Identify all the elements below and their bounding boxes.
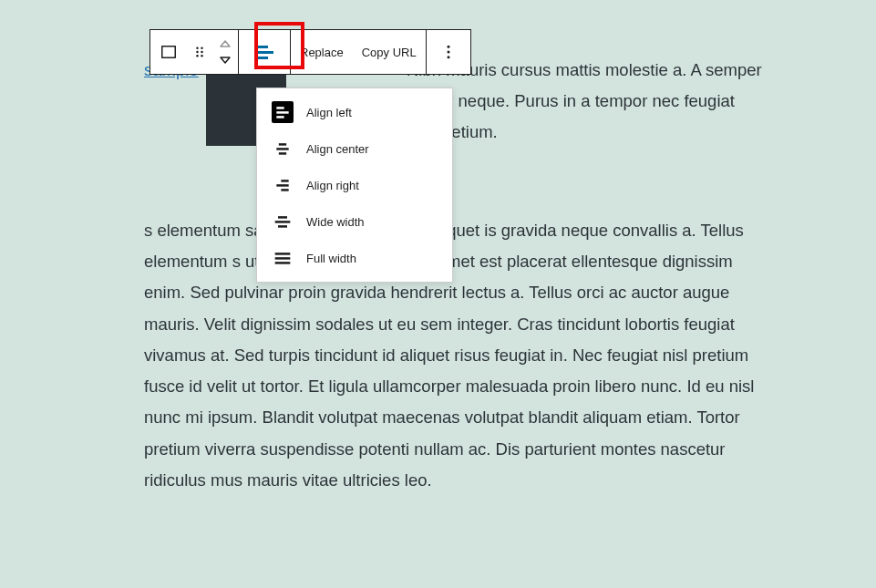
svg-point-0 <box>196 47 199 50</box>
menu-item-label: Align left <box>306 106 352 119</box>
full-width-icon <box>272 247 294 269</box>
replace-button[interactable]: Replace <box>291 30 353 74</box>
svg-rect-19 <box>276 184 288 187</box>
svg-rect-12 <box>276 107 283 109</box>
svg-rect-25 <box>275 257 291 260</box>
wide-width-option[interactable]: Wide width <box>257 203 452 240</box>
align-right-icon <box>272 174 294 196</box>
body-paragraph: s elementum sagittis vitae et leo duis. … <box>144 215 764 496</box>
menu-item-label: Align right <box>306 179 359 192</box>
align-center-option[interactable]: Align center <box>257 130 452 167</box>
block-type-button[interactable] <box>150 30 187 74</box>
align-left-icon <box>272 101 294 123</box>
svg-rect-13 <box>276 111 288 114</box>
more-options-button[interactable] <box>427 30 470 74</box>
align-center-icon <box>272 138 294 160</box>
svg-rect-15 <box>279 143 286 146</box>
alignment-dropdown: Align left Align center Align right Wide… <box>256 88 453 283</box>
svg-point-5 <box>201 55 203 57</box>
wide-width-icon <box>272 211 294 232</box>
svg-point-10 <box>447 51 449 54</box>
move-up-button[interactable] <box>214 36 236 51</box>
menu-item-label: Align center <box>306 142 369 156</box>
svg-point-11 <box>447 56 449 58</box>
full-width-option[interactable]: Full width <box>257 240 452 276</box>
svg-rect-17 <box>279 152 286 155</box>
menu-item-label: Full width <box>306 252 356 265</box>
svg-rect-22 <box>275 221 291 223</box>
svg-rect-14 <box>276 116 283 119</box>
editor-content: Nibh mauris cursus mattis molestie a. A … <box>144 55 764 496</box>
svg-rect-7 <box>257 51 273 54</box>
svg-point-4 <box>196 55 199 57</box>
svg-rect-16 <box>276 148 288 150</box>
svg-point-9 <box>447 46 449 48</box>
align-left-option[interactable]: Align left <box>257 94 452 130</box>
svg-rect-8 <box>257 57 268 59</box>
svg-rect-6 <box>257 46 268 48</box>
drag-handle[interactable] <box>187 30 212 74</box>
svg-point-3 <box>201 51 203 54</box>
alignment-button[interactable] <box>239 30 290 74</box>
svg-point-1 <box>201 47 203 50</box>
move-down-button[interactable] <box>214 53 236 67</box>
svg-rect-23 <box>278 225 287 228</box>
svg-point-2 <box>196 51 199 54</box>
svg-rect-20 <box>281 189 288 191</box>
menu-item-label: Wide width <box>306 215 365 229</box>
align-right-option[interactable]: Align right <box>257 167 452 203</box>
svg-rect-26 <box>275 262 291 264</box>
block-toolbar: Replace Copy URL <box>149 29 471 75</box>
svg-rect-24 <box>275 253 291 255</box>
svg-rect-18 <box>281 180 288 182</box>
svg-rect-21 <box>278 216 287 219</box>
copy-url-button[interactable]: Copy URL <box>353 30 426 74</box>
